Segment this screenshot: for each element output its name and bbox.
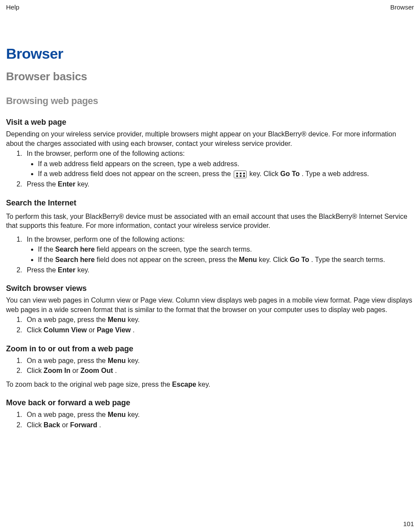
menu-key-icon: [234, 170, 247, 178]
page-number: 101: [403, 520, 414, 527]
page-body: Help Browser Browser Browser basics Brow…: [0, 0, 420, 429]
note-text: To zoom back to the original web page si…: [6, 381, 172, 388]
step-item: On a web page, press the Menu key.: [24, 356, 414, 366]
bullet-item: If a web address field does not appear o…: [38, 169, 414, 179]
bold-text: Menu: [239, 256, 257, 263]
step-text: In the browser, perform one of the follo…: [27, 150, 185, 157]
bold-text: Enter: [58, 266, 75, 274]
bullet-item: If the Search here field appears on the …: [38, 245, 414, 254]
bold-text: Menu: [108, 316, 126, 323]
step-text: Press the: [27, 266, 58, 274]
topic-heading: Search the Internet: [6, 199, 414, 208]
ordered-steps: In the browser, perform one of the follo…: [6, 235, 414, 274]
topic-intro: Depending on your wireless service provi…: [6, 129, 414, 148]
bullet-text: . Type the search terms.: [311, 256, 385, 263]
step-text: .: [133, 326, 135, 334]
step-text: .: [115, 367, 116, 374]
bullet-text: field does not appear on the screen, pre…: [97, 256, 239, 263]
step-text: .: [99, 421, 101, 429]
bold-text: Go To: [290, 256, 309, 263]
step-text: Click: [27, 326, 44, 334]
bullet-text: key. Click: [259, 256, 290, 263]
step-text: or: [89, 326, 97, 334]
topic-heading: Switch browser views: [6, 284, 414, 293]
bullet-item: If the Search here field does not appear…: [38, 255, 414, 265]
topic-intro: To perform this task, your BlackBerry® d…: [6, 212, 414, 230]
topic-switch: Switch browser views You can view web pa…: [6, 284, 414, 334]
step-item: In the browser, perform one of the follo…: [24, 149, 414, 179]
section-heading: Browser basics: [6, 70, 414, 83]
topic-heading: Zoom in to or out from a web page: [6, 344, 414, 353]
page-title: Browser: [6, 45, 414, 62]
running-header: Help Browser: [6, 3, 414, 11]
bullet-text: If the: [38, 256, 55, 263]
ordered-steps: On a web page, press the Menu key. Click…: [6, 410, 414, 429]
bold-text: Forward: [70, 421, 97, 429]
step-text: or: [62, 421, 70, 429]
subsection-heading: Browsing web pages: [6, 95, 414, 107]
bold-text: Menu: [108, 357, 126, 364]
bold-text: Column View: [44, 326, 87, 334]
topic-zoom: Zoom in to or out from a web page On a w…: [6, 344, 414, 389]
bold-text: Go To: [280, 170, 300, 177]
topic-visit: Visit a web page Depending on your wirel…: [6, 118, 414, 189]
step-item: Click Back or Forward .: [24, 420, 414, 430]
step-text: key.: [77, 266, 89, 274]
step-text: Press the: [27, 180, 58, 188]
step-text: key.: [77, 180, 89, 188]
step-text: key.: [128, 316, 140, 323]
header-right: Browser: [390, 3, 414, 11]
ordered-steps: On a web page, press the Menu key. Click…: [6, 356, 414, 375]
bullet-text: . Type a web address.: [302, 170, 369, 177]
bold-text: Back: [44, 421, 60, 429]
step-item: On a web page, press the Menu key.: [24, 315, 414, 325]
bold-text: Zoom Out: [80, 367, 113, 374]
step-item: In the browser, perform one of the follo…: [24, 235, 414, 265]
bold-text: Enter: [58, 180, 75, 188]
step-text: In the browser, perform one of the follo…: [27, 236, 185, 243]
step-text: key.: [128, 411, 140, 418]
topic-heading: Visit a web page: [6, 118, 414, 127]
note-text: key.: [198, 381, 210, 388]
step-item: Click Column View or Page View .: [24, 325, 414, 335]
step-text: On a web page, press the: [27, 357, 108, 364]
bullet-text: key. Click: [249, 170, 280, 177]
step-item: Press the Enter key.: [24, 265, 414, 275]
bold-text: Zoom In: [44, 367, 70, 374]
bullet-text: field appears on the screen, type the se…: [97, 246, 252, 253]
topic-note: To zoom back to the original web page si…: [6, 380, 414, 389]
sub-bullets: If a web address field appears on the sc…: [27, 159, 414, 179]
sub-bullets: If the Search here field appears on the …: [27, 245, 414, 264]
step-text: On a web page, press the: [27, 316, 108, 323]
step-item: Press the Enter key.: [24, 180, 414, 189]
bold-text: Search here: [55, 246, 95, 253]
step-item: On a web page, press the Menu key.: [24, 410, 414, 420]
topic-search: Search the Internet To perform this task…: [6, 199, 414, 275]
bullet-item: If a web address field appears on the sc…: [38, 159, 414, 169]
bullet-text: If the: [38, 246, 55, 253]
ordered-steps: In the browser, perform one of the follo…: [6, 149, 414, 189]
bold-text: Escape: [172, 381, 196, 388]
header-left: Help: [6, 3, 19, 11]
bold-text: Page View: [97, 326, 131, 334]
bold-text: Menu: [108, 411, 126, 418]
step-text: On a web page, press the: [27, 411, 108, 418]
bullet-text: If a web address field appears on the sc…: [38, 160, 239, 167]
step-text: Click: [27, 421, 44, 429]
step-text: Click: [27, 367, 44, 374]
step-item: Click Zoom In or Zoom Out .: [24, 366, 414, 375]
step-text: or: [72, 367, 81, 374]
bold-text: Search here: [55, 256, 95, 263]
bullet-text: If a web address field does not appear o…: [38, 170, 233, 177]
topic-move: Move back or forward a web page On a web…: [6, 398, 414, 429]
step-text: key.: [128, 357, 140, 364]
topic-heading: Move back or forward a web page: [6, 398, 414, 407]
ordered-steps: On a web page, press the Menu key. Click…: [6, 315, 414, 334]
topic-intro: You can view web pages in Column view or…: [6, 296, 414, 314]
